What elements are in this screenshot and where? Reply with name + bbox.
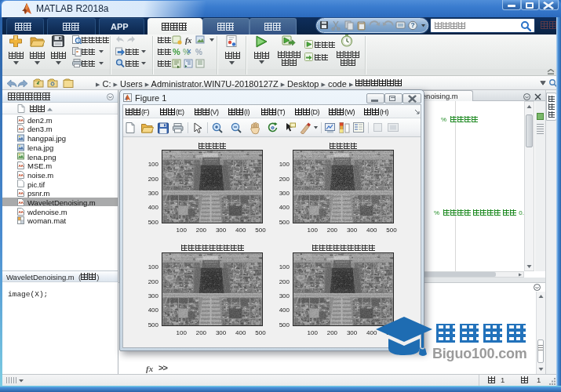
svg-text:fx: fx (185, 36, 191, 45)
svg-text:%: % (195, 48, 202, 56)
svg-text:?: ? (410, 21, 414, 29)
svg-text:%: % (173, 47, 180, 56)
